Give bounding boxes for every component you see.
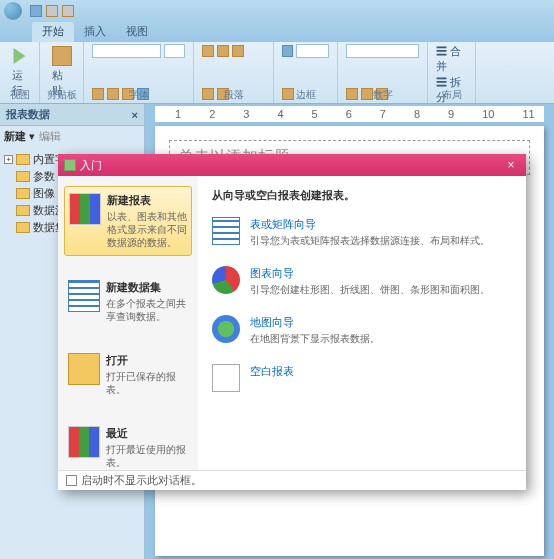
ribbon-tabs: 开始 插入 视图 xyxy=(0,22,554,42)
report-icon xyxy=(69,193,101,225)
folder-icon xyxy=(16,154,30,165)
folder-icon xyxy=(16,171,30,182)
pane-close-icon[interactable]: × xyxy=(132,109,138,121)
group-paragraph-label: 段落 xyxy=(194,88,273,102)
titlebar xyxy=(0,0,554,22)
group-view-label: 视图 xyxy=(0,88,39,102)
font-size-box[interactable] xyxy=(164,44,185,58)
tab-insert[interactable]: 插入 xyxy=(74,22,116,42)
new-dropdown[interactable]: 新建 ▾ xyxy=(4,129,35,144)
dont-show-label: 启动时不显示此对话框。 xyxy=(81,473,202,488)
nav-open[interactable]: 打开打开已保存的报表。 xyxy=(64,347,192,402)
expand-icon[interactable]: + xyxy=(4,155,13,164)
dialog-close-button[interactable]: × xyxy=(502,158,520,172)
clipboard-icon xyxy=(52,46,72,66)
option-table-wizard[interactable]: 表或矩阵向导引导您为表或矩阵报表选择数据源连接、布局和样式。 xyxy=(212,217,512,248)
option-blank-report[interactable]: 空白报表 xyxy=(212,364,512,392)
border-width-box[interactable] xyxy=(296,44,329,58)
recent-icon xyxy=(68,426,100,458)
group-number-label: 数字 xyxy=(338,88,427,102)
font-family-box[interactable] xyxy=(92,44,161,58)
group-border-label: 边框 xyxy=(274,88,337,102)
nav-recent[interactable]: 最近打开最近使用的报表。 xyxy=(64,420,192,475)
qat-save-icon[interactable] xyxy=(30,5,42,17)
dialog-right-panel: 从向导或空白报表创建报表。 表或矩阵向导引导您为表或矩阵报表选择数据源连接、布局… xyxy=(198,176,526,470)
folder-open-icon xyxy=(68,353,100,385)
folder-icon xyxy=(16,222,30,233)
number-format-box[interactable] xyxy=(346,44,419,58)
group-font-label: 字体 xyxy=(84,88,193,102)
qat-redo-icon[interactable] xyxy=(62,5,74,17)
dialog-titlebar[interactable]: 入门 × xyxy=(58,154,526,176)
align-left-icon[interactable] xyxy=(202,45,214,57)
dont-show-checkbox[interactable] xyxy=(66,475,77,486)
edit-button[interactable]: 编辑 xyxy=(39,129,61,144)
border-icon[interactable] xyxy=(282,45,293,57)
nav-new-report[interactable]: 新建报表以表、图表和其他格式显示来自不同数据源的数据。 xyxy=(64,186,192,256)
align-center-icon[interactable] xyxy=(217,45,229,57)
tab-home[interactable]: 开始 xyxy=(32,22,74,42)
group-layout-label: 布局 xyxy=(428,88,475,102)
option-map-wizard[interactable]: 地图向导在地图背景下显示报表数据。 xyxy=(212,315,512,346)
nav-new-dataset[interactable]: 新建数据集在多个报表之间共享查询数据。 xyxy=(64,274,192,329)
align-right-icon[interactable] xyxy=(232,45,244,57)
getting-started-dialog: 入门 × 新建报表以表、图表和其他格式显示来自不同数据源的数据。 新建数据集在多… xyxy=(58,154,526,490)
app-icon xyxy=(64,159,76,171)
ribbon: 运行 视图 粘贴 剪贴板 字体 段落 边框 数字 ☰ 合并☰ 拆分☰ 对齐 布局 xyxy=(0,42,554,104)
blank-report-icon xyxy=(212,364,240,392)
qat-undo-icon[interactable] xyxy=(46,5,58,17)
table-wizard-icon xyxy=(212,217,240,245)
ruler: 1234567891011121314 xyxy=(155,106,544,122)
tab-view[interactable]: 视图 xyxy=(116,22,158,42)
dialog-left-nav: 新建报表以表、图表和其他格式显示来自不同数据源的数据。 新建数据集在多个报表之间… xyxy=(58,176,198,470)
pane-title: 报表数据 xyxy=(6,107,50,122)
map-wizard-icon xyxy=(212,315,240,343)
group-clipboard-label: 剪贴板 xyxy=(40,88,83,102)
dialog-title: 入门 xyxy=(80,158,102,173)
play-icon xyxy=(10,46,30,66)
dataset-icon xyxy=(68,280,100,312)
right-header: 从向导或空白报表创建报表。 xyxy=(212,188,512,203)
option-chart-wizard[interactable]: 图表向导引导您创建柱形图、折线图、饼图、条形图和面积图。 xyxy=(212,266,512,297)
merge-button[interactable]: ☰ 合并 xyxy=(436,44,467,75)
office-orb-button[interactable] xyxy=(4,2,22,20)
chart-wizard-icon xyxy=(212,266,240,294)
dialog-footer: 启动时不显示此对话框。 xyxy=(58,470,526,490)
folder-icon xyxy=(16,188,30,199)
folder-icon xyxy=(16,205,30,216)
